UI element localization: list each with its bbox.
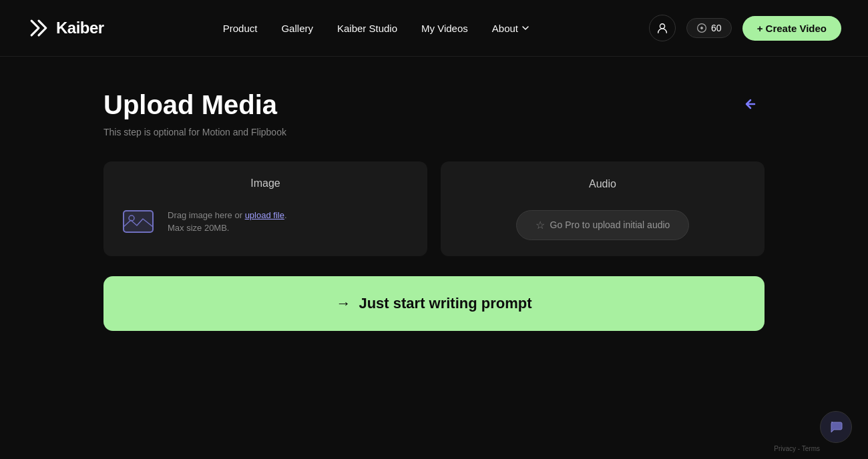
image-drag-text: Drag image here or upload file. Max size…	[168, 209, 287, 235]
user-icon	[656, 22, 668, 34]
image-icon	[121, 204, 156, 239]
write-prompt-label: Just start writing prompt	[359, 295, 531, 312]
chat-icon	[829, 420, 843, 434]
privacy-terms[interactable]: Privacy - Terms	[774, 445, 820, 452]
nav-link-my-videos[interactable]: My Videos	[421, 23, 468, 34]
credits-count: 60	[711, 23, 722, 33]
image-card-title: Image	[120, 177, 411, 189]
nav-link-about[interactable]: About	[492, 23, 530, 34]
nav-link-kaiber-studio[interactable]: Kaiber Studio	[337, 23, 397, 34]
logo-icon	[27, 16, 51, 40]
page-subtitle: This step is optional for Motion and Fli…	[103, 127, 765, 137]
create-video-button[interactable]: + Create Video	[742, 16, 841, 41]
upload-cards: Image Drag image here or upload file. Ma…	[103, 161, 765, 256]
star-icon: ☆	[535, 219, 545, 232]
back-arrow-icon	[740, 93, 761, 115]
audio-card-title: Audio	[589, 178, 616, 190]
credits-badge[interactable]: 60	[686, 18, 732, 38]
logo-text: Kaiber	[56, 19, 104, 37]
go-pro-button[interactable]: ☆ Go Pro to upload initial audio	[516, 210, 690, 240]
image-placeholder-icon	[120, 203, 157, 240]
image-upload-card[interactable]: Image Drag image here or upload file. Ma…	[103, 161, 427, 256]
back-button[interactable]	[736, 90, 765, 118]
logo[interactable]: Kaiber	[27, 16, 104, 40]
nav-links: Product Gallery Kaiber Studio My Videos …	[223, 23, 530, 34]
svg-point-0	[660, 24, 664, 29]
svg-rect-2	[124, 211, 153, 232]
navbar: Kaiber Product Gallery Kaiber Studio My …	[0, 0, 868, 57]
image-card-content: Drag image here or upload file. Max size…	[120, 203, 411, 240]
page-title: Upload Media	[103, 90, 765, 120]
profile-button[interactable]	[649, 15, 676, 41]
chat-widget[interactable]	[820, 411, 852, 443]
write-prompt-button[interactable]: → Just start writing prompt	[103, 276, 765, 331]
audio-upload-card: Audio ☆ Go Pro to upload initial audio	[441, 161, 765, 256]
write-prompt-arrow: →	[336, 295, 351, 312]
chevron-down-icon	[521, 23, 530, 33]
nav-link-product[interactable]: Product	[223, 23, 258, 34]
upload-file-link[interactable]: upload file	[245, 210, 284, 220]
nav-actions: 60 + Create Video	[649, 15, 841, 41]
nav-link-gallery[interactable]: Gallery	[281, 23, 313, 34]
main-content: Upload Media This step is optional for M…	[0, 57, 868, 331]
credits-icon	[696, 23, 707, 33]
